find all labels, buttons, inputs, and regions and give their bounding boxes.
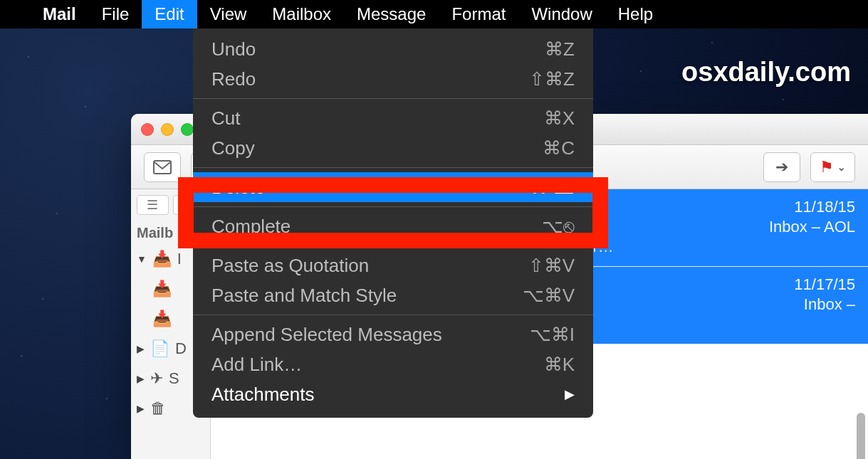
menu-separator	[193, 98, 593, 99]
inbox-icon: 📥	[152, 250, 172, 268]
menu-view[interactable]: View	[197, 0, 260, 28]
menu-window[interactable]: Window	[518, 0, 605, 28]
chevron-down-icon: ⌄	[837, 160, 846, 174]
menubar-app-name[interactable]: Mail	[30, 0, 89, 28]
inbox-icon: 📥	[152, 280, 172, 298]
message-mailbox: Inbox –	[804, 295, 855, 314]
menu-file[interactable]: File	[89, 0, 142, 28]
paper-plane-icon: ✈	[150, 369, 163, 388]
document-icon: 📄	[150, 339, 169, 358]
sidebar-tab-mailboxes[interactable]: ☰	[137, 195, 169, 215]
disclosure-triangle-icon[interactable]: ▶	[137, 343, 145, 354]
envelope-icon	[153, 160, 172, 174]
menu-item-paste-match-style[interactable]: Paste and Match Style⌥⌘V	[193, 280, 593, 310]
message-date: 11/18/15	[794, 198, 855, 218]
menu-message[interactable]: Message	[344, 0, 439, 28]
menu-item-redo[interactable]: Redo⇧⌘Z	[193, 64, 593, 94]
traffic-lights	[141, 123, 194, 136]
scrollbar-thumb[interactable]	[857, 413, 865, 459]
menu-item-append-selected[interactable]: Append Selected Messages⌥⌘I	[193, 320, 593, 349]
menubar: Mail File Edit View Mailbox Message Form…	[0, 0, 868, 28]
edit-menu-dropdown: Undo⌘Z Redo⇧⌘Z Cut⌘X Copy⌘C Delete⌘⌫ Com…	[193, 28, 593, 418]
disclosure-triangle-icon[interactable]: ▶	[137, 373, 145, 384]
menu-separator	[193, 315, 593, 315]
flag-button[interactable]: ⚑⌄	[810, 152, 855, 182]
menu-separator	[193, 246, 593, 246]
menu-item-copy[interactable]: Copy⌘C	[193, 133, 593, 163]
menu-item-cut[interactable]: Cut⌘X	[193, 103, 593, 133]
disclosure-triangle-icon[interactable]: ▶	[137, 403, 145, 414]
inbox-icon: 📥	[152, 310, 172, 328]
svg-rect-0	[154, 161, 171, 174]
flag-icon: ⚑	[820, 158, 834, 176]
disclosure-triangle-icon[interactable]: ▼	[137, 253, 147, 265]
get-mail-button[interactable]	[144, 152, 181, 182]
minimize-button[interactable]	[161, 123, 174, 136]
menu-help[interactable]: Help	[605, 0, 666, 28]
message-mailbox: Inbox – AOL	[769, 218, 855, 236]
menu-edit[interactable]: Edit	[142, 0, 197, 28]
menu-separator	[193, 167, 593, 168]
message-date: 11/17/15	[794, 275, 855, 295]
menu-item-complete[interactable]: Complete⌥⎋	[193, 211, 593, 241]
menu-item-add-link[interactable]: Add Link…⌘K	[193, 349, 593, 379]
close-button[interactable]	[141, 123, 154, 136]
menu-item-undo[interactable]: Undo⌘Z	[193, 34, 593, 64]
menu-mailbox[interactable]: Mailbox	[259, 0, 344, 28]
forward-button[interactable]: ➔	[763, 152, 800, 182]
menu-separator	[193, 206, 593, 207]
menu-item-paste-quotation[interactable]: Paste as Quotation⇧⌘V	[193, 250, 593, 280]
zoom-button[interactable]	[181, 123, 194, 136]
menu-item-attachments[interactable]: Attachments▶	[193, 379, 593, 409]
menu-format[interactable]: Format	[439, 0, 518, 28]
submenu-arrow-icon: ▶	[565, 386, 575, 402]
trash-icon: 🗑	[150, 399, 166, 418]
menu-item-delete[interactable]: Delete⌘⌫	[193, 172, 593, 202]
